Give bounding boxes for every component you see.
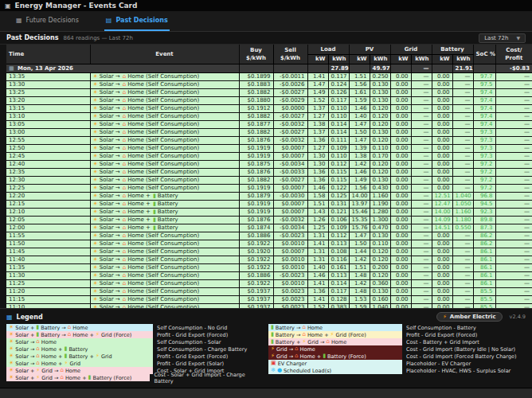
value-cell: 0.00 — [432, 287, 452, 295]
flow-text: Solar → — [100, 217, 120, 223]
amber-electric-badge[interactable]: ⚡ Amber Electric — [436, 312, 503, 322]
event-cell: ☀Solar →⌂Home (Self Consumption) — [90, 168, 239, 176]
value-cell: 1.36 — [307, 136, 328, 144]
value-cell: 0.00 — [390, 295, 411, 303]
sun-icon: ☀ — [93, 225, 98, 231]
flow-text: Solar → — [100, 185, 120, 191]
sun-icon: ☀ — [93, 281, 98, 287]
readings-summary: 864 readings — Last 72h — [63, 35, 132, 41]
legend-swatch: ☀Solar +▮Battery →⌂Home +⚡Grid (Force) — [6, 331, 153, 338]
legend-icon: ▦ — [6, 314, 13, 321]
flow-text: Solar → — [100, 169, 120, 175]
value-cell: 87.3 — [473, 224, 495, 232]
value-cell: 0.00 — [390, 256, 411, 263]
table-header: Time Event Buy $/kWh Sell $/kWh Load PV … — [6, 45, 532, 64]
events-table: Time Event Buy $/kWh Sell $/kWh Load PV … — [6, 45, 532, 308]
value-cell: 1.50 — [349, 128, 370, 136]
value-cell: 1.48 — [349, 271, 370, 279]
time-range-value: Last 72h — [484, 35, 508, 41]
value-cell: 1.40 — [349, 112, 370, 120]
battery-icon: ▮ — [271, 325, 274, 330]
legend-swatch: ☀Solar +⚡Grid →⌂Home +▮Battery (Force) — [6, 374, 150, 381]
value-cell: 0.00 — [390, 240, 411, 248]
value-cell: $0.1880 — [239, 96, 273, 104]
value-cell: 97.4 — [473, 104, 495, 112]
legend-description: Cost - Battery + Grid Import — [402, 338, 479, 345]
home-icon: ⌂ — [302, 325, 305, 330]
value-cell: 0.00 — [432, 248, 452, 256]
value-cell: 0.00 — [390, 96, 411, 104]
value-cell: — — [411, 240, 432, 248]
value-cell: 1.160 — [452, 208, 473, 216]
legend-item: ▣EV ChargerPlaceholder - EV Charger — [268, 360, 526, 367]
home-icon: ⌂ — [123, 185, 126, 191]
value-cell: 1.38 — [349, 152, 370, 160]
value-cell: 0.128 — [328, 295, 349, 303]
col-header-buy: Buy $/kWh — [239, 45, 273, 64]
flow-text: Home (Self Consumption) — [127, 105, 199, 111]
table-row: 13:25☀Solar →⌂Home (Self Consumption)$0.… — [6, 88, 532, 96]
home-icon: ⌂ — [60, 375, 63, 380]
flow-text: Home + — [307, 332, 329, 338]
value-cell: 0.470 — [370, 224, 390, 232]
value-cell: 97.4 — [473, 112, 495, 120]
value-cell: 1.41 — [307, 279, 328, 287]
value-cell: 1.56 — [349, 184, 370, 192]
flow-text: Solar + — [15, 375, 34, 381]
value-cell: 0.112 — [328, 160, 349, 168]
value-cell: 1.47 — [307, 80, 328, 88]
sun-icon: ☀ — [93, 122, 98, 127]
time-cell: 11:20 — [6, 287, 90, 295]
value-cell: — — [411, 279, 432, 287]
legend-swatch: ☀Solar →⌂Home +▮Battery — [6, 345, 153, 353]
table-row: 11:20☀Solar →⌂Home (Self Consumption)$0.… — [6, 287, 532, 295]
value-cell: 1.31 — [307, 232, 328, 240]
value-cell: 0.00 — [390, 128, 411, 136]
value-cell: 0.117 — [328, 72, 349, 80]
value-cell: 0.00 — [432, 279, 452, 287]
value-cell: 0.116 — [328, 256, 349, 263]
value-cell: $0.1876 — [239, 136, 273, 144]
flow-text: Grid → — [41, 368, 58, 374]
value-cell: 1.25 — [307, 224, 328, 232]
tab-past-decisions[interactable]: ▤ Past Decisions — [104, 11, 170, 31]
home-icon: ⌂ — [123, 146, 126, 151]
value-cell: 0.00 — [390, 80, 411, 88]
home-icon: ⌂ — [295, 346, 298, 352]
home-icon: ⌂ — [123, 297, 126, 302]
time-range-select[interactable]: Last 72h ▼ — [479, 33, 526, 43]
battery-icon: ▮ — [153, 193, 156, 199]
value-cell: 0.117 — [328, 96, 349, 104]
value-cell: 1.47 — [349, 232, 370, 240]
flow-text: Solar → — [100, 113, 120, 119]
value-cell: 1.37 — [307, 104, 328, 112]
value-cell: 1.53 — [349, 295, 370, 303]
flow-text: Grid — [69, 361, 80, 367]
flow-text: Solar → — [100, 288, 120, 295]
value-cell: $0.1922 — [239, 256, 273, 263]
legend-item: ☀Solar →⌂Home +⚡GridProfit - Grid Export… — [6, 360, 264, 367]
table-row: 12:20☀Solar →⌂Home +▮Battery$0.1879-$0.0… — [6, 192, 532, 200]
value-cell: 0.120 — [370, 112, 390, 120]
sun-icon: ☀ — [93, 289, 98, 295]
time-cell: 11:45 — [6, 248, 90, 256]
flow-text: Solar → — [100, 105, 120, 111]
value-cell: 0.00 — [390, 287, 411, 295]
value-cell: — — [495, 96, 532, 104]
value-cell: — — [495, 279, 532, 287]
home-icon: ⌂ — [123, 170, 126, 175]
home-icon: ⌂ — [123, 281, 126, 287]
value-cell: — — [495, 256, 532, 263]
legend-description: Cost - Solar + Grid Import - Charge Batt… — [150, 374, 264, 381]
flow-text: Grid → — [276, 353, 293, 360]
sun-icon: ☀ — [9, 375, 14, 380]
flow-text: Solar + — [15, 325, 34, 331]
value-cell: $0.1875 — [239, 160, 273, 168]
value-cell: 0.00 — [432, 112, 452, 120]
legend-item: ☀Solar →⌂HomeSelf Consumption - Solar — [6, 338, 264, 345]
table-row: 12:10☀Solar →⌂Home +▮Battery$0.1919$0.00… — [6, 208, 532, 216]
event-cell: ☀Solar →⌂Home +▮Battery — [90, 200, 239, 208]
value-cell: 85.5 — [473, 295, 495, 303]
tab-future-decisions[interactable]: ▦ Future Decisions — [14, 11, 80, 31]
value-cell: 0.120 — [370, 136, 390, 144]
